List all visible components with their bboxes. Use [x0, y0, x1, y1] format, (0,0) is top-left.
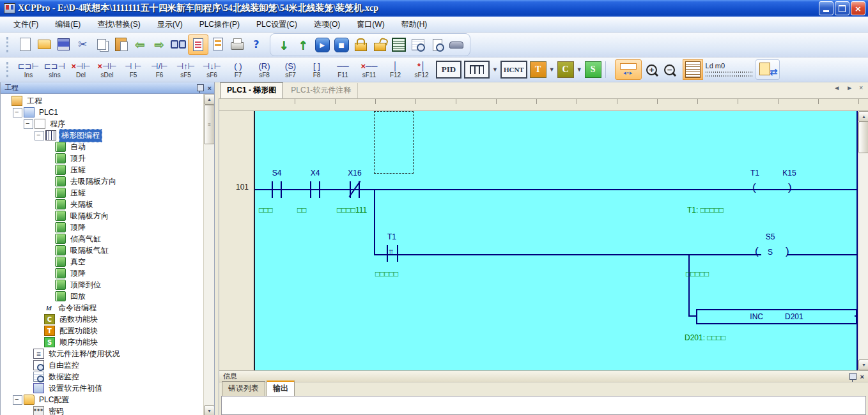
tree-item[interactable]: 梯形图编程: [1, 130, 204, 141]
pin-icon[interactable]: [849, 373, 856, 380]
help-icon[interactable]: ?: [247, 34, 266, 54]
menu-item[interactable]: 选项(O): [306, 17, 348, 32]
scroll-thumb[interactable]: ≡: [204, 105, 214, 144]
dropdown-arrow-icon[interactable]: ▼: [577, 66, 582, 73]
tree-item[interactable]: C 函数功能块: [1, 313, 204, 325]
tree-item[interactable]: PLC配置: [1, 394, 204, 405]
tree-item[interactable]: 压罐: [1, 187, 204, 199]
free-monitor-icon[interactable]: [428, 35, 447, 54]
tree-item[interactable]: 真空: [1, 256, 204, 268]
tree-item[interactable]: 夹隔板: [1, 199, 204, 210]
expand-toggle[interactable]: [13, 108, 22, 117]
instruction-fkey-button[interactable]: ⊏⊐⊢ Ins: [15, 59, 42, 80]
run-plc-icon[interactable]: ▶: [313, 35, 332, 54]
copy-icon[interactable]: [92, 34, 111, 54]
paste-icon[interactable]: [111, 34, 130, 54]
comment-display-button[interactable]: Ld m0: [706, 60, 753, 79]
instruction-fkey-button[interactable]: (R) sF8: [251, 59, 277, 80]
tree-item[interactable]: 侦高气缸: [1, 233, 204, 245]
data-monitor-icon[interactable]: [408, 35, 428, 54]
ladder-canvas[interactable]: S4 X4 X16 T1 K15: [255, 111, 858, 370]
instruction-inc[interactable]: INC D201: [696, 309, 857, 324]
scroll-down-icon[interactable]: ▼: [858, 359, 868, 370]
expand-toggle[interactable]: [13, 395, 22, 405]
instruction-fkey-button[interactable]: [ ] F8: [304, 59, 330, 80]
instruction-fkey-button[interactable]: │ F12: [382, 59, 408, 80]
tree-item[interactable]: ld 命令语编程: [1, 302, 204, 313]
scroll-up-icon[interactable]: ▲: [204, 94, 214, 105]
menu-item[interactable]: 窗口(W): [348, 17, 392, 32]
dropdown-arrow-icon[interactable]: ▼: [492, 66, 498, 73]
instruction-fkey-button[interactable]: ⊣/⊢ F6: [146, 59, 173, 80]
scroll-up-icon[interactable]: ▲: [858, 111, 868, 122]
back-icon[interactable]: ⇦: [130, 34, 150, 54]
menu-item[interactable]: 编辑(E): [47, 17, 89, 32]
scroll-thumb[interactable]: [858, 121, 868, 153]
pin-icon[interactable]: [197, 84, 204, 91]
com-port-icon[interactable]: [447, 35, 466, 54]
ladder-scrollbar[interactable]: ▲ ▼: [858, 111, 868, 370]
instruction-fkey-button[interactable]: ×⊣⊢ Del: [68, 59, 94, 80]
instruction-fkey-button[interactable]: ×⊣⊢ sDel: [94, 59, 120, 80]
scroll-down-icon[interactable]: ▼: [204, 405, 214, 415]
panel-close-icon[interactable]: ×: [208, 84, 212, 92]
maximize-button[interactable]: [835, 1, 849, 15]
tree-item[interactable]: 回放: [1, 290, 204, 302]
instruction-fkey-button[interactable]: ⊣↓⊢ sF6: [199, 59, 225, 80]
open-file-icon[interactable]: [35, 34, 54, 54]
coil-t1[interactable]: (: [752, 179, 756, 196]
coil-s5-set[interactable]: (: [755, 243, 759, 260]
tree-item[interactable]: 工程: [1, 95, 204, 107]
instruction-fkey-button[interactable]: ×── sF11: [356, 59, 382, 80]
print-icon[interactable]: [228, 34, 247, 54]
tree-item[interactable]: S 顺序功能块: [1, 336, 204, 348]
menu-item[interactable]: 帮助(H): [393, 17, 436, 32]
tree-scrollbar[interactable]: ▲ ≡ ▼: [203, 94, 214, 415]
tree-item[interactable]: 自由监控: [1, 359, 204, 371]
instruction-fkey-button[interactable]: ⊣ ⊢ F5: [120, 59, 146, 80]
new-file-icon[interactable]: [15, 34, 35, 54]
info-tab[interactable]: 错误列表: [222, 381, 265, 396]
tree-item[interactable]: 去吸隔板方向: [1, 176, 204, 187]
instruction-fkey-button[interactable]: (S) sF7: [277, 59, 304, 80]
tree-item[interactable]: 数据监控: [1, 371, 204, 382]
tree-item[interactable]: 吸隔板方向: [1, 210, 204, 222]
dropdown-arrow-icon[interactable]: ▼: [549, 66, 555, 73]
unlock-icon[interactable]: [370, 35, 389, 54]
instruction-fkey-button[interactable]: *│ sF12: [408, 59, 435, 80]
close-button[interactable]: ×: [851, 1, 865, 15]
save-icon[interactable]: [54, 34, 73, 54]
tree-item[interactable]: T 配置功能块: [1, 325, 204, 336]
panel-close-icon[interactable]: ×: [860, 373, 864, 381]
expand-toggle[interactable]: [35, 131, 44, 140]
menu-item[interactable]: 显示(V): [149, 17, 191, 32]
edit-cursor[interactable]: [374, 111, 414, 174]
upload-from-plc-icon[interactable]: ↑: [293, 35, 313, 54]
pulse-instruction-button[interactable]: [464, 61, 490, 79]
editor-tab[interactable]: PLC1-软元件注释: [284, 83, 358, 98]
zoom-out-button[interactable]: −: [661, 61, 679, 79]
pid-instruction-button[interactable]: PID: [436, 61, 461, 79]
tree-item[interactable]: ≡ 软元件注释/使用状况: [1, 348, 204, 359]
tree-item[interactable]: 顶升: [1, 153, 204, 164]
stop-plc-icon[interactable]: ■: [332, 35, 351, 54]
lock-icon[interactable]: [351, 35, 370, 54]
tree-item[interactable]: 顶降到位: [1, 279, 204, 290]
tree-item[interactable]: 自动: [1, 141, 204, 153]
cut-icon[interactable]: ✂: [73, 34, 92, 54]
counter-instruction-button[interactable]: C: [557, 61, 574, 78]
tree-item[interactable]: 设置软元件初值: [1, 382, 204, 394]
instruction-fkey-button[interactable]: ⊏⊐⊣ sIns: [42, 59, 68, 80]
tree-item[interactable]: *** 密码: [1, 405, 204, 415]
info-tab[interactable]: 输出: [267, 381, 295, 396]
instruction-fkey-button[interactable]: ⊣↑⊢ sF5: [173, 59, 199, 80]
tab-close-icon[interactable]: ×: [859, 84, 863, 91]
editor-tab[interactable]: PLC1 - 梯形图: [220, 82, 283, 98]
ladder-view-icon[interactable]: [188, 34, 208, 55]
menu-item[interactable]: 查找\替换(S): [89, 17, 148, 32]
timer-instruction-button[interactable]: T: [530, 61, 546, 78]
contact-s4[interactable]: [272, 181, 273, 198]
pan-tool-button[interactable]: ◂▫▸: [615, 59, 642, 80]
minimize-button[interactable]: [819, 1, 833, 15]
sfc-instruction-button[interactable]: S: [585, 61, 601, 78]
